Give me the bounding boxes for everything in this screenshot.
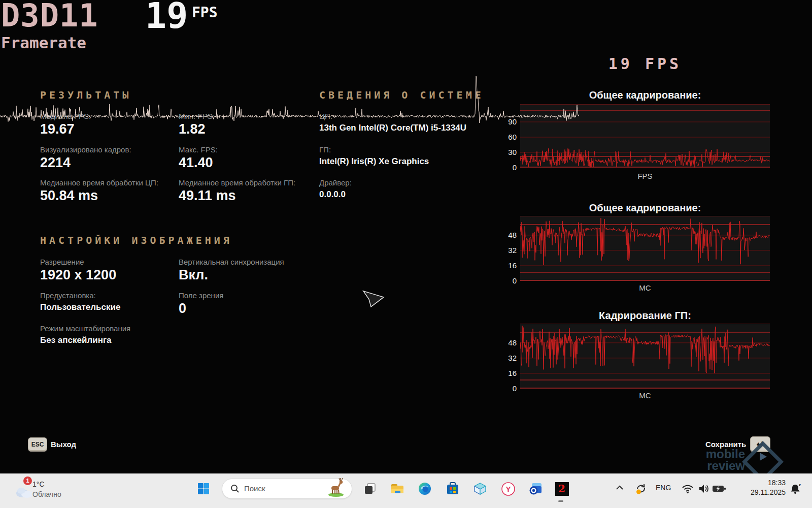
volume-icon[interactable] xyxy=(696,481,712,496)
setting-value: 0 xyxy=(179,301,317,316)
language-indicator[interactable]: ENG xyxy=(656,484,671,492)
system-label: Драйвер: xyxy=(319,178,512,187)
setting-value: Пользовательские xyxy=(40,302,178,312)
api-title: D3D11 xyxy=(1,0,98,34)
total-frametime-chart xyxy=(520,216,770,281)
result-label: Медиана FPS: xyxy=(40,112,178,120)
esc-keycap[interactable]: ESC xyxy=(28,437,47,452)
result-label: Мин. FPS: xyxy=(179,112,317,120)
fps-counter-unit: FPS xyxy=(192,4,218,21)
watermark-line2: review xyxy=(675,460,745,471)
system-label: ЦП: xyxy=(319,112,512,120)
result-value: 1.82 xyxy=(179,121,317,137)
windows-logo-icon xyxy=(197,483,210,495)
ytick: 0 xyxy=(500,276,517,285)
ytick: 48 xyxy=(500,338,517,347)
system-driver: Драйвер: 0.0.0.0 xyxy=(319,178,512,200)
xlabel-ms: МС xyxy=(520,391,770,400)
ytick: 16 xyxy=(500,369,517,377)
ytick: 30 xyxy=(500,148,517,156)
running-app-indicator xyxy=(558,500,563,502)
tray-chevron-up-icon[interactable] xyxy=(615,484,624,491)
sync-update-icon[interactable] xyxy=(633,481,649,496)
system-gpu: ГП: Intel(R) Iris(R) Xe Graphics xyxy=(319,145,512,167)
exit-button[interactable]: Выход xyxy=(51,440,76,449)
chart-title-gpu-ms: Кадрирование ГП: xyxy=(520,310,770,322)
yandex-browser-icon[interactable]: Y xyxy=(500,481,516,496)
search-input[interactable]: Поиск xyxy=(222,479,352,499)
setting-label: Вертикальная синхронизация xyxy=(179,258,317,266)
file-explorer-icon[interactable] xyxy=(390,481,405,496)
ytick: 48 xyxy=(500,231,517,239)
chart-title-total-fps: Общее кадрирование: xyxy=(520,89,770,101)
notification-bell-icon[interactable]: z xyxy=(788,481,803,496)
weather-temp: 1°C xyxy=(32,480,45,488)
system-cpu: ЦП: 13th Gen Intel(R) Core(TM) i5-1334U xyxy=(319,112,512,133)
setting-value: Вкл. xyxy=(179,267,317,283)
result-max-fps: Макс. FPS: 41.40 xyxy=(179,145,317,171)
benchmark-mode-title: Framerate xyxy=(1,34,86,52)
wifi-icon[interactable] xyxy=(680,481,695,496)
setting-resolution: Разрешение 1920 x 1200 xyxy=(40,258,178,283)
setting-value: 1920 x 1200 xyxy=(40,267,178,283)
result-value: 50.84 ms xyxy=(40,188,178,204)
ytick: 16 xyxy=(500,261,517,270)
benchmark-screen: D3D11 Framerate 19 FPS РЕЗУЛЬТАТЫ Медиан… xyxy=(0,0,812,508)
setting-upscaling: Режим масштабирования Без апскейлинга xyxy=(40,324,178,345)
stalker-2-icon[interactable]: 2 xyxy=(554,481,569,496)
xlabel-ms: МС xyxy=(520,283,770,292)
chart-title-total-ms: Общее кадрирование: xyxy=(520,202,770,214)
clock-widget[interactable]: 18:33 29.11.2025 xyxy=(737,478,786,497)
watermark-text: mobile review xyxy=(675,448,745,471)
system-info-section-title: СВЕДЕНИЯ О СИСТЕМЕ xyxy=(319,89,484,101)
task-view-icon[interactable] xyxy=(362,481,378,496)
search-icon xyxy=(230,484,240,493)
total-fps-chart xyxy=(520,104,770,168)
system-value: 0.0.0.0 xyxy=(319,189,512,200)
setting-label: Режим масштабирования xyxy=(40,324,178,333)
setting-value: Без апскейлинга xyxy=(40,335,178,345)
fps-counter-value: 19 xyxy=(145,0,188,37)
setting-vsync: Вертикальная синхронизация Вкл. xyxy=(179,258,317,283)
battery-icon[interactable] xyxy=(712,481,727,496)
weather-widget[interactable]: 1 1°C Облачно xyxy=(12,476,98,506)
cloud-icon xyxy=(14,482,35,499)
result-value: 19.67 xyxy=(40,121,178,137)
watermark-line1: mobile xyxy=(675,448,745,460)
tray-time: 18:33 xyxy=(737,478,786,488)
microsoft-store-icon[interactable] xyxy=(445,481,460,496)
deer-icon xyxy=(325,477,347,497)
start-button[interactable] xyxy=(196,481,211,496)
edge-browser-icon[interactable] xyxy=(417,481,432,496)
gpu-frametime-chart xyxy=(520,324,770,389)
setting-label: Разрешение xyxy=(40,258,178,266)
result-value: 2214 xyxy=(40,155,178,171)
weather-condition: Облачно xyxy=(32,490,61,498)
system-value: Intel(R) Iris(R) Xe Graphics xyxy=(319,156,512,167)
cube-app-icon[interactable] xyxy=(472,481,488,496)
ytick: 0 xyxy=(500,384,517,393)
tray-date: 29.11.2025 xyxy=(737,488,786,497)
image-settings-section-title: НАСТРОЙКИ ИЗОБРАЖЕНИЯ xyxy=(40,234,232,246)
setting-preset: Предустановка: Пользовательские xyxy=(40,291,178,312)
weather-badge: 1 xyxy=(23,477,32,485)
result-value: 41.40 xyxy=(179,155,317,171)
search-placeholder: Поиск xyxy=(244,484,265,493)
setting-fov: Поле зрения 0 xyxy=(179,291,317,316)
result-label: Визуализировано кадров: xyxy=(40,145,178,154)
result-gpu-time: Медианное время обработки ГП: 49.11 ms xyxy=(179,178,317,204)
svg-text:z: z xyxy=(799,483,801,487)
xlabel-fps: FPS xyxy=(520,172,770,180)
setting-label: Предустановка: xyxy=(40,291,178,300)
ytick: 32 xyxy=(500,246,517,255)
setting-label: Поле зрения xyxy=(179,291,317,300)
result-frames-rendered: Визуализировано кадров: 2214 xyxy=(40,145,178,171)
outlook-icon[interactable] xyxy=(528,481,543,496)
watermark-arrow-icon xyxy=(755,449,770,464)
result-min-fps: Мин. FPS: 1.82 xyxy=(179,112,317,137)
taskbar: 1 1°C Облачно Поиск xyxy=(0,473,812,508)
result-label: Медианное время обработки ГП: xyxy=(179,178,317,187)
result-value: 49.11 ms xyxy=(179,188,317,204)
ytick: 32 xyxy=(500,354,517,362)
ytick: 0 xyxy=(500,163,517,172)
